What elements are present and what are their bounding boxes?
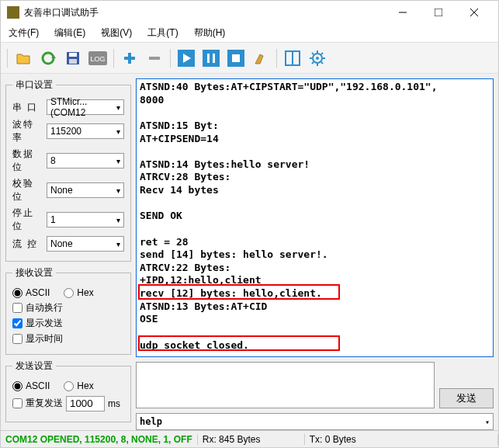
window-icon[interactable] (282, 47, 303, 69)
save-icon[interactable] (62, 47, 84, 69)
add-icon[interactable] (119, 47, 140, 69)
open-folder-icon[interactable] (12, 47, 34, 69)
recv-settings-group: 接收设置 ASCII Hex 自动换行 显示发送 显示时间 (5, 266, 131, 355)
menu-view[interactable]: 视图(V) (96, 25, 137, 41)
databits-select[interactable]: 8 (47, 153, 124, 168)
send-legend: 发送设置 (12, 359, 56, 373)
play-icon[interactable] (175, 47, 197, 69)
separator (7, 49, 8, 68)
recv-legend: 接收设置 (12, 266, 56, 280)
svg-line-32 (321, 53, 323, 54)
send-ascii-radio[interactable]: ASCII (12, 380, 50, 391)
send-hex-radio[interactable]: Hex (64, 380, 93, 391)
svg-rect-7 (69, 53, 77, 57)
svg-rect-18 (213, 54, 215, 63)
help-combo[interactable]: help (136, 413, 494, 430)
svg-rect-16 (203, 50, 220, 67)
maximize-button[interactable] (421, 1, 456, 24)
parity-label: 校验位 (12, 177, 43, 203)
port-label: 串 口 (12, 101, 43, 114)
separator (276, 49, 277, 68)
recv-hex-radio[interactable]: Hex (64, 287, 93, 298)
close-button[interactable] (456, 1, 492, 24)
send-button[interactable]: 发送 (439, 388, 494, 408)
status-tx: Tx: 0 Bytes (305, 434, 498, 445)
receive-textarea[interactable]: ATSND:40 Bytes:AT+CIPSTART="UDP","192.16… (136, 78, 494, 357)
show-send-checkbox[interactable]: 显示发送 (12, 317, 124, 330)
menu-edit[interactable]: 编辑(E) (50, 25, 90, 41)
parity-select[interactable]: None (47, 182, 124, 198)
remove-icon[interactable] (144, 47, 165, 69)
svg-point-24 (316, 57, 319, 60)
highlight-box (138, 335, 340, 351)
svg-rect-17 (207, 54, 210, 63)
log-icon[interactable]: LOG (87, 47, 109, 69)
pause-icon[interactable] (200, 47, 222, 69)
flow-label: 流 控 (12, 238, 43, 251)
svg-rect-1 (435, 9, 442, 16)
clear-icon[interactable] (250, 47, 272, 69)
app-icon (7, 6, 19, 19)
menu-file[interactable]: 文件(F) (4, 25, 43, 41)
send-textarea[interactable] (136, 362, 435, 408)
svg-rect-8 (69, 59, 77, 64)
svg-rect-20 (232, 54, 240, 62)
baud-select[interactable]: 115200 (47, 123, 124, 139)
svg-text:LOG: LOG (90, 55, 105, 63)
svg-line-31 (312, 62, 314, 64)
port-select[interactable]: STMicr...(COM12 (47, 99, 124, 115)
window-title: 友善串口调试助手 (24, 6, 385, 19)
stopbits-select[interactable]: 1 (47, 212, 124, 227)
repeat-send-checkbox[interactable]: 重复发送 (12, 397, 63, 410)
ms-label: ms (108, 398, 120, 409)
send-settings-group: 发送设置 ASCII Hex 重复发送 ms (5, 359, 131, 422)
databits-label: 数据位 (12, 148, 43, 174)
serial-legend: 串口设置 (12, 78, 56, 92)
separator (170, 49, 171, 68)
status-rx: Rx: 845 Bytes (198, 434, 305, 445)
highlight-box (138, 284, 340, 300)
separator (113, 49, 114, 68)
refresh-icon[interactable] (37, 47, 59, 69)
repeat-interval-input[interactable] (66, 396, 105, 412)
recv-ascii-radio[interactable]: ASCII (12, 287, 50, 298)
status-connection: COM12 OPENED, 115200, 8, NONE, 1, OFF (1, 434, 198, 445)
stopbits-label: 停止位 (12, 207, 43, 233)
stop-icon[interactable] (225, 47, 247, 69)
svg-line-29 (312, 53, 314, 54)
auto-wrap-checkbox[interactable]: 自动换行 (12, 301, 124, 314)
serial-settings-group: 串口设置 串 口STMicr...(COM12 波特率115200 数据位8 校… (5, 78, 131, 262)
minimize-button[interactable] (385, 1, 421, 24)
gear-icon[interactable] (307, 47, 328, 69)
flow-select[interactable]: None (47, 236, 124, 252)
menu-tools[interactable]: 工具(T) (143, 25, 182, 41)
svg-line-30 (321, 62, 323, 64)
menu-help[interactable]: 帮助(H) (189, 25, 230, 41)
show-time-checkbox[interactable]: 显示时间 (12, 332, 124, 346)
baud-label: 波特率 (12, 118, 43, 144)
